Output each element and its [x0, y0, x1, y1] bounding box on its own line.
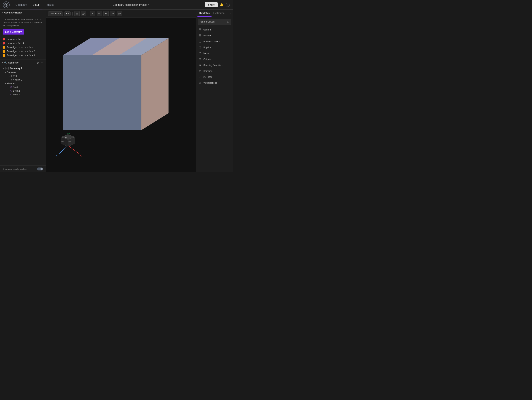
menu-material[interactable]: Material	[196, 33, 233, 39]
toolbar-grid-btn[interactable]: ⊞	[75, 11, 80, 16]
geometry-health-section: ▾ Geometry Health The following errors w…	[0, 10, 46, 59]
svg-marker-0	[6, 68, 8, 69]
issue-unmeshed-face-4: ! Unmeshed face 4	[3, 41, 43, 45]
vol-label: VOL	[13, 75, 18, 77]
toolbar-scissors-btn[interactable]: ✂	[90, 11, 95, 16]
expand-arrow: ▸	[8, 79, 10, 81]
dot-dropdown[interactable]: ● ▾	[64, 12, 70, 16]
menu-mesh[interactable]: Mesh	[196, 50, 233, 56]
run-simulation-button[interactable]: Run Simulation ⊞	[198, 19, 231, 25]
show-prop-panel-label: Show prop panel on select	[3, 168, 27, 170]
vol-icon: ⊞	[11, 75, 12, 77]
svg-text:Top: Top	[65, 137, 67, 138]
geo-tree-actions: ⊕ •••	[37, 61, 43, 64]
tab-more-icon[interactable]: •••	[228, 12, 231, 15]
error-icon: !	[3, 38, 5, 40]
toolbar-subtract-btn[interactable]: ⊟ ▾	[117, 11, 122, 16]
surfaces-item[interactable]: ▾ Surfaces	[0, 70, 46, 74]
expand-arrow: ▾	[4, 82, 7, 84]
svg-rect-33	[200, 29, 201, 30]
toolbar-pen-btn[interactable]: ✒	[103, 11, 109, 16]
menu-stopping-conditions[interactable]: Stopping Conditions	[196, 62, 233, 68]
solid-1-icon: ⬡	[10, 86, 12, 88]
chevron-down-icon: ▾	[60, 12, 61, 15]
separator-2	[88, 12, 88, 16]
health-description: The following errors were identified in …	[3, 18, 43, 27]
svg-line-22	[59, 145, 68, 154]
bell-icon[interactable]: 🔔	[220, 3, 223, 6]
geometry-a-label: Geometry A	[10, 67, 23, 70]
svg-point-42	[199, 52, 201, 54]
dot-label: ●	[66, 12, 67, 15]
nav-tab-geometry[interactable]: Geometry	[13, 0, 30, 9]
more-icon[interactable]: •••	[41, 61, 43, 64]
expand-arrow: ▾	[2, 67, 4, 69]
geometry-tree-title: Geometry	[8, 62, 19, 64]
separator-1	[72, 12, 73, 16]
mesh-icon	[199, 52, 202, 55]
help-icon[interactable]: ?	[226, 3, 230, 7]
physics-icon	[199, 46, 202, 49]
toolbar-rect-btn[interactable]: ▭	[110, 11, 115, 16]
rotate-icon: ◎	[82, 12, 84, 15]
solid-1-label: Solid 1	[13, 86, 20, 88]
geometry-a-header[interactable]: ▾ Geometry A	[0, 66, 46, 70]
chevron-icon: ▾	[2, 12, 3, 14]
menu-2d-plots[interactable]: 2D Plots	[196, 74, 233, 80]
menu-physics[interactable]: Physics	[196, 44, 233, 50]
svg-marker-3	[63, 55, 141, 130]
svg-point-48	[200, 71, 200, 72]
volume-2-label: Volume 2	[13, 79, 22, 81]
tab-simulation[interactable]: Simulation	[197, 10, 211, 17]
svg-marker-20	[67, 132, 69, 134]
volumes-item[interactable]: ▾ Volumes	[0, 82, 46, 85]
stopping-conditions-icon	[199, 64, 202, 67]
vol-item[interactable]: ▸ ⊞ VOL	[0, 74, 46, 78]
warn-icon: !	[3, 46, 5, 49]
2d-plots-icon	[199, 75, 202, 79]
toolbar-pencil-btn[interactable]: ✏	[97, 11, 102, 16]
svg-text:Y: Y	[56, 154, 58, 157]
geometry-mode-dropdown[interactable]: Geometry ▾	[48, 12, 63, 16]
nav-tab-setup[interactable]: Setup	[30, 0, 43, 9]
issue-two-edges-2: ! Two edges cross on a face 2	[3, 49, 43, 53]
solid-1-item[interactable]: ⬡ Solid 1	[0, 85, 46, 89]
solid-3-item[interactable]: ⬡ Solid 3	[0, 93, 46, 96]
solid-3-label: Solid 3	[13, 93, 20, 96]
right-panel: Simulation Exploration ••• Run Simulatio…	[196, 10, 233, 172]
svg-text:Back: Back	[61, 141, 64, 143]
edit-geometry-button[interactable]: Edit in Geometry	[3, 29, 24, 35]
svg-line-24	[68, 145, 80, 154]
menu-frames-motion[interactable]: Frames & Motion	[196, 39, 233, 44]
issue-label: Two edges cross on a face 2	[7, 50, 35, 53]
menu-general[interactable]: General	[196, 27, 233, 33]
main-layout: ▾ Geometry Health The following errors w…	[0, 10, 233, 172]
prop-panel-toggle[interactable]	[37, 168, 43, 170]
issue-label: Two edges cross on a face 3	[7, 54, 35, 57]
material-icon	[199, 34, 202, 37]
left-panel: ▾ Geometry Health The following errors w…	[0, 10, 46, 172]
svg-rect-46	[200, 65, 201, 66]
chevron-down-icon[interactable]: ▾	[148, 4, 149, 6]
solid-2-item[interactable]: ⬡ Solid 2	[0, 89, 46, 93]
project-title: Geometry Modification Project ▾	[57, 3, 205, 6]
share-button[interactable]: Share	[205, 2, 218, 7]
search-icon: 🔍	[4, 62, 7, 64]
menu-cameras[interactable]: Cameras	[196, 68, 233, 74]
add-icon[interactable]: ⊕	[37, 61, 39, 64]
tab-exploration[interactable]: Exploration	[211, 10, 226, 17]
menu-visualizations[interactable]: Visualizations	[196, 80, 233, 86]
geometry-health-header[interactable]: ▾ Geometry Health	[0, 10, 46, 16]
volume-2-item[interactable]: ▸ ⊞ Volume 2	[0, 78, 46, 82]
error-icon: !	[3, 42, 5, 44]
chevron-down-icon: ▾	[68, 12, 69, 15]
surfaces-label: Surfaces	[7, 71, 16, 74]
toolbar-rotate-btn[interactable]: ◎ ▾	[81, 11, 86, 16]
issue-label: Two edges cross on a face	[7, 46, 33, 49]
menu-outputs[interactable]: Outputs	[196, 56, 233, 62]
warn-icon: !	[3, 54, 5, 57]
geometry-tree-header[interactable]: ▾ 🔍 Geometry ⊕ •••	[0, 59, 46, 66]
app-logo[interactable]	[3, 1, 10, 8]
nav-tab-results[interactable]: Results	[43, 0, 57, 9]
general-icon	[199, 28, 202, 31]
